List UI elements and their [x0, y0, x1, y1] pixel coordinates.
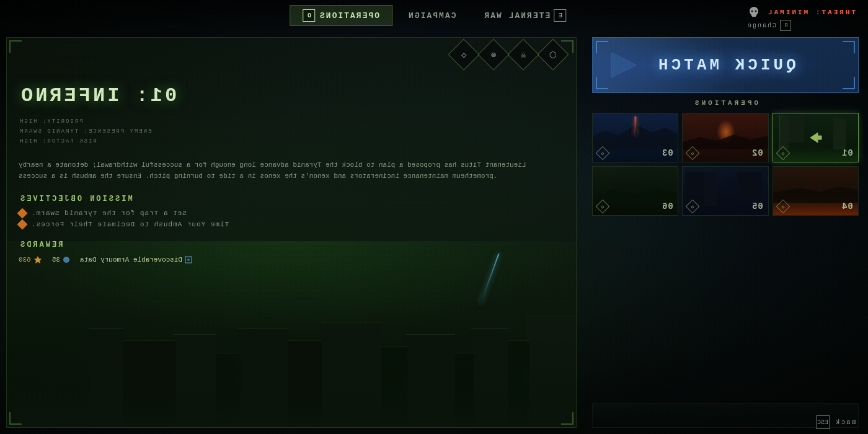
eternal-war-key: E	[554, 9, 566, 22]
mission-icon-4: ◇	[448, 39, 480, 71]
nav-item-eternal-war[interactable]: E Eternal War	[471, 6, 578, 25]
quick-match-art	[605, 46, 642, 84]
nav-items-container: E Eternal War Campaign Operations O	[290, 5, 578, 26]
icon-3-glyph: ⊗	[491, 50, 496, 60]
reward-stars: 35	[52, 256, 70, 264]
mission-icon-3: ⊗	[478, 39, 510, 71]
op-05-icon-glyph: ◇	[691, 203, 694, 209]
op-05-number: 05	[751, 202, 763, 211]
reward-stars-value: 35	[52, 256, 60, 264]
objective-2-icon	[17, 219, 28, 229]
mission-priority: PRIORITY: HIGH	[19, 117, 564, 126]
bottom-bar: Back ESC	[804, 410, 868, 434]
svg-point-4	[63, 257, 69, 263]
nav-item-operations[interactable]: Operations O	[290, 5, 392, 26]
panel-corner-tr	[9, 40, 22, 53]
op-03-icon-glyph: ◇	[601, 150, 604, 156]
operations-title: OPERATIONS	[592, 99, 859, 107]
reward-extra: Discoverable Armoury Data	[80, 256, 192, 264]
reward-xp-value: 630	[19, 256, 31, 264]
op-04-icon-glyph: ◇	[781, 203, 784, 209]
op-06-number: 06	[662, 202, 673, 211]
operations-grid: ◇ 03 ◇ 02	[592, 113, 859, 216]
mission-title: 01: INFERNO	[19, 84, 564, 107]
objective-1-text: Set a Trap for the Tyranid Swarm.	[31, 210, 187, 217]
op-02-number: 02	[751, 148, 763, 158]
threat-change: R Change	[746, 20, 856, 31]
mission-objectives: MISSION OBJECTIVES Set a Trap for the Ty…	[19, 195, 564, 228]
quick-match-button[interactable]: QUICK MATCH	[592, 37, 859, 93]
svg-point-3	[187, 259, 190, 261]
reward-xp: 630	[19, 255, 42, 264]
op-card-02[interactable]: ◇ 02	[682, 113, 768, 162]
mission-icons-row: ⬡ ☠ ⊗ ◇	[19, 43, 564, 66]
op-01-icon-glyph: ◇	[781, 150, 784, 156]
mission-icon-2: ☠	[508, 39, 539, 71]
star-reward-icon	[63, 256, 70, 264]
operations-key: O	[303, 9, 315, 22]
op-04-number: 04	[841, 202, 853, 211]
objective-2-text: Time Your Ambush to Decimate Their Force…	[31, 221, 229, 228]
icon-1-glyph: ⬡	[549, 50, 557, 60]
op-06-icon-glyph: ◇	[601, 203, 604, 209]
campaign-label: Campaign	[407, 11, 456, 20]
rewards-header: REWARDS	[19, 241, 564, 249]
mission-meta: PRIORITY: HIGH ENEMY PRESENCE: TYRANID S…	[19, 117, 564, 147]
op-01-number: 01	[841, 148, 853, 158]
main-content: ⬡ ☠ ⊗ ◇ 01: INFERNO PRIORITY: HIGH ENEMY…	[0, 31, 868, 434]
nav-item-campaign[interactable]: Campaign	[395, 7, 468, 24]
mission-description: Lieutenant Titus has proposed a plan to …	[19, 159, 564, 182]
armoury-icon	[185, 256, 192, 264]
op-card-05[interactable]: ◇ 05	[682, 166, 768, 216]
panel-corner-bl	[561, 412, 574, 425]
change-key-badge: R	[780, 20, 791, 31]
eternal-war-label: Eternal War	[483, 11, 550, 20]
mission-rewards: REWARDS Discoverable Armoury Data 35	[19, 241, 564, 264]
op-card-03[interactable]: ◇ 03	[592, 113, 678, 162]
objective-1-icon	[17, 208, 28, 218]
op-card-06[interactable]: ◇ 06	[592, 166, 678, 216]
objective-2: Time Your Ambush to Decimate Their Force…	[19, 221, 564, 228]
icon-4-glyph: ◇	[461, 50, 466, 60]
xp-reward-icon	[33, 255, 42, 264]
svg-marker-5	[34, 256, 42, 264]
back-label: Back	[835, 418, 856, 426]
panel-corner-tl	[561, 40, 574, 53]
operations-label: Operations	[319, 11, 379, 20]
cityscape-background	[7, 241, 576, 427]
change-label: Change	[746, 22, 776, 29]
op-card-04[interactable]: ◇ 04	[773, 166, 859, 216]
active-arrow	[808, 130, 823, 145]
op-03-number: 03	[662, 148, 673, 158]
icon-2-glyph: ☠	[521, 50, 526, 60]
operations-section: OPERATIONS ◇ 03	[592, 99, 859, 397]
skull-icon	[746, 5, 761, 20]
rewards-row: Discoverable Armoury Data 35 630	[19, 255, 564, 264]
threat-indicator: THREAT: MINIMAL R Change	[746, 5, 856, 31]
panel-corner-br	[9, 412, 22, 425]
back-key: ESC	[816, 415, 830, 429]
objectives-header: MISSION OBJECTIVES	[19, 195, 564, 203]
quick-match-label: QUICK MATCH	[655, 56, 796, 74]
objective-1: Set a Trap for the Tyranid Swarm.	[19, 210, 564, 217]
mission-enemy: ENEMY PRESENCE: TYRANID SWARM	[19, 126, 564, 136]
threat-label: THREAT: MINIMAL	[766, 9, 856, 16]
mission-risk: RISK FACTOR: HIGH	[19, 136, 564, 146]
reward-extra-text: Discoverable Armoury Data	[80, 256, 182, 264]
right-panel: QUICK MATCH OPERATIONS ◇ 03	[583, 31, 868, 434]
svg-marker-6	[810, 133, 822, 143]
top-navigation: E Eternal War Campaign Operations O	[0, 0, 868, 31]
op-02-icon-glyph: ◇	[691, 150, 694, 156]
mission-panel: ⬡ ☠ ⊗ ◇ 01: INFERNO PRIORITY: HIGH ENEMY…	[0, 31, 583, 434]
op-card-01[interactable]: ◇ 01	[773, 113, 859, 162]
